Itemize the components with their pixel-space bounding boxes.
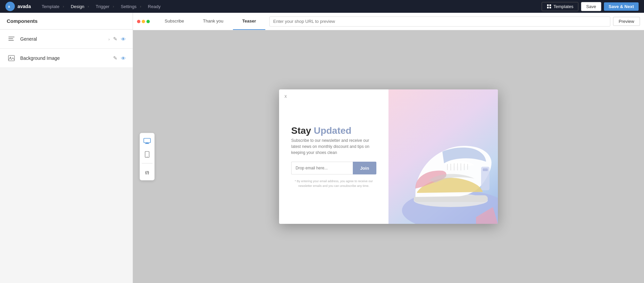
- window-controls: [137, 13, 155, 30]
- tab-teaser[interactable]: Teaser: [233, 13, 266, 30]
- svg-rect-11: [144, 138, 150, 143]
- device-switcher: {/}: [140, 133, 155, 180]
- nav-buttons: Templates Save Save & Next: [542, 2, 639, 11]
- popup-disclaimer: * By entering your email address, you ag…: [291, 179, 376, 188]
- svg-rect-12: [146, 143, 148, 144]
- nav-step-trigger[interactable]: Trigger ›: [93, 3, 116, 10]
- minimize-dot: [142, 20, 145, 23]
- svg-rect-29: [483, 168, 488, 171]
- save-next-button[interactable]: Save & Next: [604, 2, 639, 11]
- chevron-icon: ›: [63, 4, 64, 8]
- sidebar-title: Components: [0, 13, 133, 30]
- chevron-icon: ›: [140, 4, 141, 8]
- svg-rect-6: [8, 37, 14, 37]
- popup-title-static: Stay: [291, 125, 311, 136]
- nav-step-ready[interactable]: Ready: [145, 3, 163, 10]
- device-tablet-button[interactable]: [142, 149, 152, 160]
- svg-rect-9: [8, 55, 14, 61]
- chevron-icon: ›: [113, 4, 114, 8]
- nav-step-design[interactable]: Design ›: [68, 3, 92, 10]
- svg-rect-5: [549, 7, 551, 8]
- edit-icon-bg[interactable]: ✎: [113, 55, 117, 61]
- chevron-icon: ›: [88, 4, 89, 8]
- nav-step-settings[interactable]: Settings ›: [118, 3, 144, 10]
- background-image-actions: ✎ 👁: [113, 55, 126, 61]
- close-button[interactable]: x: [284, 93, 287, 99]
- svg-rect-4: [547, 7, 549, 8]
- device-divider: [142, 163, 152, 164]
- general-label: General: [20, 36, 108, 42]
- tab-thank-you[interactable]: Thank you: [194, 13, 233, 30]
- visibility-icon-bg[interactable]: 👁: [121, 55, 126, 61]
- nav-step-template[interactable]: Template ›: [39, 3, 67, 10]
- right-content: Subscribe Thank you Teaser Preview: [133, 13, 644, 283]
- email-form: Join: [291, 162, 376, 174]
- popup-title-highlight: Updated: [314, 125, 351, 136]
- device-desktop-button[interactable]: [142, 136, 152, 147]
- save-button[interactable]: Save: [581, 2, 601, 11]
- preview-button[interactable]: Preview: [613, 17, 640, 26]
- templates-button[interactable]: Templates: [542, 2, 578, 11]
- sidebar-item-background-image[interactable]: Background Image ✎ 👁: [0, 49, 133, 68]
- shoe-image: [388, 89, 498, 224]
- canvas-area: {/} x Stay Updated Subscribe to our news…: [133, 30, 644, 283]
- nav-steps: Template › Design › Trigger › Settings ›…: [39, 3, 542, 10]
- join-button[interactable]: Join: [353, 162, 376, 174]
- popup-modal: x Stay Updated Subscribe to our newslett…: [279, 89, 498, 224]
- popup-right-panel: [388, 89, 498, 224]
- logo-text: avada: [18, 4, 31, 9]
- popup-left-panel: x Stay Updated Subscribe to our newslett…: [279, 89, 388, 224]
- expand-icon: ›: [108, 37, 110, 42]
- svg-rect-2: [547, 4, 549, 6]
- device-code-button[interactable]: {/}: [142, 167, 152, 178]
- logo-area: a avada: [5, 2, 31, 11]
- svg-rect-13: [145, 144, 149, 144]
- email-input[interactable]: [291, 162, 353, 174]
- url-input[interactable]: [269, 16, 610, 27]
- svg-point-15: [147, 157, 147, 157]
- svg-rect-8: [8, 40, 14, 41]
- svg-text:a: a: [8, 5, 10, 8]
- tab-bar: Subscribe Thank you Teaser Preview: [133, 13, 644, 30]
- close-dot: [137, 20, 140, 23]
- left-sidebar: Components General › ✎ 👁: [0, 13, 133, 283]
- url-bar: Preview: [265, 13, 644, 30]
- background-image-label: Background Image: [20, 55, 113, 61]
- main-layout: Components General › ✎ 👁: [0, 13, 644, 283]
- popup-description: Subscribe to our newsletter and receive …: [291, 137, 376, 156]
- tab-subscribe[interactable]: Subscribe: [155, 13, 194, 30]
- maximize-dot: [146, 20, 150, 23]
- templates-icon: [547, 4, 551, 9]
- background-image-icon: [7, 53, 16, 63]
- svg-rect-3: [549, 4, 551, 6]
- general-icon: [7, 34, 16, 44]
- popup-title: Stay Updated: [291, 125, 376, 136]
- svg-rect-7: [8, 38, 13, 39]
- sidebar-item-general[interactable]: General › ✎ 👁: [0, 30, 133, 49]
- general-actions: › ✎ 👁: [108, 36, 126, 42]
- edit-icon[interactable]: ✎: [113, 36, 117, 42]
- top-nav: a avada Template › Design › Trigger › Se…: [0, 0, 644, 13]
- logo-icon: a: [5, 2, 15, 11]
- visibility-icon[interactable]: 👁: [121, 36, 126, 42]
